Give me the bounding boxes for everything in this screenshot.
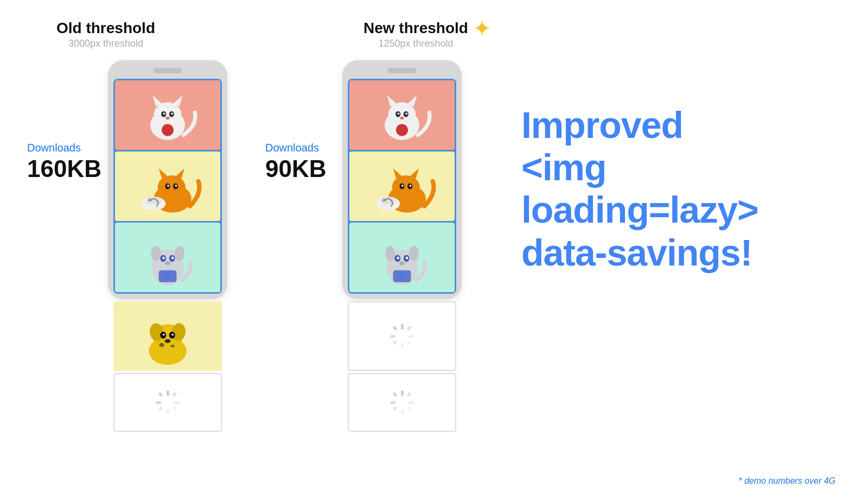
left-threshold-title: Old threshold [43,20,168,37]
left-img-dog-teal [115,223,220,292]
left-img-dog-below [113,301,222,371]
svg-point-80 [409,246,419,261]
svg-point-62 [392,175,420,199]
svg-point-59 [400,117,404,119]
left-threshold-header: Old threshold 3000px threshold [43,20,168,49]
svg-point-28 [151,246,161,261]
right-spinner-icon-2 [388,388,416,416]
svg-marker-3 [173,95,182,106]
svg-point-41 [159,343,164,347]
svg-point-76 [397,257,399,260]
left-img-cat-salmon [115,80,220,150]
svg-point-42 [170,345,174,348]
svg-point-39 [171,333,174,336]
right-text-content: Improved <img loading=lazy> data-savings… [489,60,846,274]
svg-rect-93 [390,401,395,404]
right-loading-placeholder-2 [348,373,456,432]
left-download-size: 160KB [27,155,101,182]
svg-rect-92 [401,409,404,414]
left-phone-section [108,60,227,432]
right-phone-section [342,60,462,432]
svg-point-40 [164,339,170,343]
sparkle-icon: ✦ [473,17,492,40]
svg-rect-83 [401,324,404,330]
svg-point-67 [401,185,404,187]
svg-rect-85 [390,335,395,338]
svg-point-79 [385,246,395,261]
left-spinner-icon [154,388,182,416]
right-download-label: Downloads [265,142,336,154]
right-phone-notch [388,68,416,73]
right-spinner-icon-1 [388,322,416,350]
svg-rect-50 [172,392,177,397]
svg-rect-84 [401,343,404,348]
svg-rect-90 [406,326,411,331]
left-download-label: Downloads [27,142,101,154]
svg-rect-98 [406,392,411,397]
svg-rect-45 [156,401,161,404]
left-download-info: Downloads 160KB [27,60,101,182]
svg-rect-48 [172,406,177,411]
svg-rect-94 [409,401,414,404]
left-phone-screen [113,79,222,294]
svg-rect-88 [406,340,411,345]
right-loading-placeholder-1 [348,301,456,371]
svg-point-6 [163,112,165,115]
svg-point-77 [406,257,409,260]
headline: Improved <img loading=lazy> data-savings… [521,104,846,274]
svg-rect-44 [167,409,169,414]
svg-point-68 [410,185,412,187]
svg-rect-96 [406,406,411,411]
svg-point-9 [162,124,174,136]
svg-point-27 [165,262,170,265]
svg-rect-86 [409,335,414,338]
right-img-cat-salmon [349,80,455,150]
right-img-dog-teal [349,223,455,292]
left-phone [108,60,227,299]
headline-line1: Improved [521,104,846,146]
right-phone [342,60,462,299]
svg-rect-43 [167,390,169,396]
svg-rect-97 [392,406,397,411]
left-threshold-sub: 3000px threshold [43,38,168,49]
svg-rect-95 [392,392,397,397]
right-threshold-header: New threshold 1250px threshold ✦ [363,20,492,49]
svg-rect-89 [392,340,397,345]
svg-point-58 [405,112,407,115]
svg-point-57 [398,112,400,115]
svg-point-17 [175,185,177,187]
svg-rect-87 [392,326,397,331]
svg-point-82 [398,271,406,280]
svg-point-8 [165,117,169,119]
left-loading-placeholder [113,373,222,432]
right-img-cat-yellow [349,151,455,221]
svg-marker-2 [153,95,163,106]
svg-rect-46 [174,401,180,404]
svg-point-16 [167,185,169,187]
right-download-size: 90KB [265,155,336,182]
svg-rect-91 [401,390,404,396]
svg-point-11 [158,175,186,199]
svg-rect-47 [158,392,163,397]
right-threshold-sub: 1250px threshold [363,38,468,49]
svg-marker-53 [387,95,397,106]
svg-point-7 [171,112,173,115]
svg-point-26 [171,257,174,260]
svg-point-31 [164,271,172,280]
svg-rect-49 [158,406,163,411]
phone-notch [154,68,182,73]
right-threshold-title: New threshold [363,20,468,37]
left-img-cat-yellow [115,151,220,221]
svg-point-78 [399,262,404,265]
svg-marker-54 [407,95,417,106]
svg-point-60 [396,124,408,136]
svg-point-38 [163,333,165,336]
footer-note: * demo numbers over 4G [738,476,835,486]
headline-line3: data-savings! [521,231,846,274]
headline-line2: <img loading=lazy> [521,146,846,231]
svg-point-25 [162,257,165,260]
right-download-info: Downloads 90KB [265,60,336,182]
svg-point-29 [175,246,184,261]
right-phone-screen [348,79,456,294]
